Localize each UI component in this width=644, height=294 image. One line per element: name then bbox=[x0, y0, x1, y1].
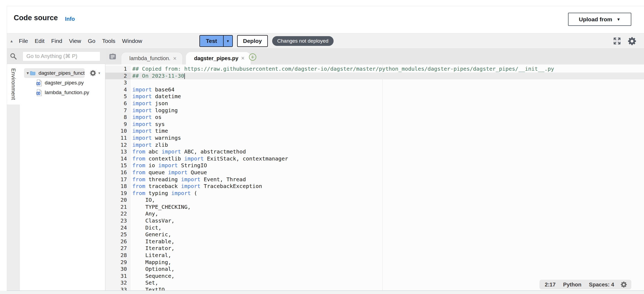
menu-item-window[interactable]: Window bbox=[122, 38, 142, 44]
go-to-anything-input[interactable] bbox=[23, 52, 100, 61]
code-line[interactable]: 11import warnings bbox=[105, 135, 644, 142]
code-line-text: from threading import Event, Thread bbox=[131, 176, 644, 183]
code-line[interactable]: 26 Iterable, bbox=[105, 238, 644, 245]
code-line[interactable]: 15from io import StringIO bbox=[105, 162, 644, 169]
code-line[interactable]: 24 Dict, bbox=[105, 224, 644, 231]
deploy-button[interactable]: Deploy bbox=[237, 35, 268, 47]
code-line[interactable]: 16from queue import Queue bbox=[105, 169, 644, 176]
code-area[interactable]: 1## Copied from: https://raw.githubuserc… bbox=[105, 66, 644, 290]
line-number: 5 bbox=[105, 93, 131, 100]
line-number: 13 bbox=[105, 148, 131, 155]
code-line-text: Iterator, bbox=[131, 245, 644, 252]
code-line-text: Mapping, bbox=[131, 259, 644, 266]
fullscreen-icon[interactable] bbox=[613, 37, 621, 45]
code-line-text: IO, bbox=[131, 197, 644, 204]
line-number: 25 bbox=[105, 231, 131, 238]
search-icon bbox=[10, 53, 17, 60]
line-number: 10 bbox=[105, 128, 131, 135]
menu-item-view[interactable]: View bbox=[69, 38, 81, 44]
code-line[interactable]: 10import time bbox=[105, 128, 644, 135]
code-line[interactable]: 5import datetime bbox=[105, 93, 644, 100]
info-link[interactable]: Info bbox=[65, 16, 75, 22]
code-line[interactable]: 13from abc import ABC, abstractmethod bbox=[105, 148, 644, 155]
code-line[interactable]: 6import json bbox=[105, 100, 644, 107]
tab-list-icon[interactable] bbox=[108, 52, 117, 60]
ide-area: Environment ▼ dagster_pipes_funct ▼ bbox=[7, 49, 644, 290]
code-line[interactable]: 27 Iterator, bbox=[105, 245, 644, 252]
code-line[interactable]: 4import base64 bbox=[105, 86, 644, 93]
tree-file-dagster_pipes-py[interactable]: dagster_pipes.py bbox=[20, 78, 105, 88]
code-line-text: import os bbox=[131, 114, 644, 121]
text-cursor bbox=[184, 73, 185, 79]
code-line-text: Literal, bbox=[131, 252, 644, 259]
environment-tab[interactable]: Environment bbox=[7, 64, 20, 105]
code-line-text: from abc import ABC, abstractmethod bbox=[131, 148, 644, 155]
line-number: 23 bbox=[105, 217, 131, 224]
upload-from-button[interactable]: Upload from ▼ bbox=[568, 13, 631, 26]
folder-caret-icon[interactable]: ▼ bbox=[26, 71, 30, 75]
code-line[interactable]: 19from typing import ( bbox=[105, 190, 644, 197]
code-line[interactable]: 20 IO, bbox=[105, 197, 644, 204]
code-line-text: import zlib bbox=[131, 142, 644, 149]
tree-folder-row[interactable]: ▼ dagster_pipes_funct ▼ bbox=[20, 68, 105, 78]
code-line[interactable]: 17from threading import Event, Thread bbox=[105, 176, 644, 183]
code-line[interactable]: 23 ClassVar, bbox=[105, 217, 644, 224]
new-tab-button[interactable]: + bbox=[249, 53, 256, 61]
test-dropdown-button[interactable]: ▼ bbox=[223, 36, 232, 46]
tree-settings-gear-icon[interactable]: ▼ bbox=[89, 69, 101, 77]
file-label: lambda_function.py bbox=[45, 90, 89, 95]
editor-tab-lambda_function-[interactable]: lambda_function.× bbox=[121, 52, 183, 64]
code-line[interactable]: 14from contextlib import ExitStack, cont… bbox=[105, 155, 644, 162]
test-button[interactable]: Test bbox=[200, 36, 223, 46]
code-line[interactable]: 29 Mapping, bbox=[105, 259, 644, 266]
line-number: 7 bbox=[105, 107, 131, 114]
tab-close-icon[interactable]: × bbox=[241, 55, 245, 62]
line-number: 9 bbox=[105, 121, 131, 128]
line-number: 2 bbox=[105, 73, 131, 80]
code-line-text: import base64 bbox=[131, 86, 644, 93]
upload-from-label: Upload from bbox=[579, 16, 612, 23]
settings-gear-icon[interactable] bbox=[627, 36, 637, 46]
menu-item-tools[interactable]: Tools bbox=[102, 38, 115, 44]
cursor-position[interactable]: 2:17 bbox=[545, 282, 556, 288]
search-row bbox=[7, 49, 105, 64]
menu-item-go[interactable]: Go bbox=[88, 38, 95, 44]
editor-settings-gear-icon[interactable] bbox=[620, 281, 628, 288]
tree-folder-selection[interactable]: ▼ dagster_pipes_funct bbox=[24, 68, 85, 78]
code-line[interactable]: 28 Literal, bbox=[105, 252, 644, 259]
code-line[interactable]: 3 bbox=[105, 79, 644, 86]
code-line[interactable]: 12import zlib bbox=[105, 142, 644, 149]
code-line[interactable]: 22 Any, bbox=[105, 210, 644, 217]
code-line[interactable]: 25 Generic, bbox=[105, 231, 644, 238]
tab-close-icon[interactable]: × bbox=[173, 55, 176, 62]
editor-tab-dagster_pipes-py[interactable]: dagster_pipes.py× bbox=[186, 52, 250, 64]
code-line[interactable]: 30 Optional, bbox=[105, 266, 644, 273]
code-line[interactable]: 31 Sequence, bbox=[105, 273, 644, 280]
code-line-text: Generic, bbox=[131, 231, 644, 238]
menu-item-find[interactable]: Find bbox=[51, 38, 62, 44]
line-number: 21 bbox=[105, 204, 131, 211]
code-line-text: from typing import ( bbox=[131, 190, 644, 197]
editor-body[interactable]: 1## Copied from: https://raw.githubuserc… bbox=[105, 64, 644, 290]
caret-down-icon: ▼ bbox=[617, 17, 621, 22]
code-line[interactable]: 9import sys bbox=[105, 121, 644, 128]
indent-setting[interactable]: Spaces: 4 bbox=[589, 282, 614, 288]
code-line-text: TYPE_CHECKING, bbox=[131, 204, 644, 211]
collapse-panel-icon[interactable]: ▲ bbox=[10, 39, 16, 43]
code-line[interactable]: 2## On 2023-11-30 bbox=[105, 73, 644, 80]
code-line-text: Iterable, bbox=[131, 238, 644, 245]
sidebar: Environment ▼ dagster_pipes_funct ▼ bbox=[7, 49, 105, 290]
code-line[interactable]: 1## Copied from: https://raw.githubuserc… bbox=[105, 66, 644, 73]
language-mode[interactable]: Python bbox=[563, 282, 581, 288]
page-title: Code source bbox=[14, 14, 58, 22]
code-line[interactable]: 8import os bbox=[105, 114, 644, 121]
file-tree: ▼ dagster_pipes_funct ▼ dagster_pipes.py… bbox=[20, 64, 105, 290]
code-line[interactable]: 18from traceback import TracebackExcepti… bbox=[105, 183, 644, 190]
menu-item-file[interactable]: File bbox=[19, 38, 28, 44]
line-number: 29 bbox=[105, 259, 131, 266]
code-line[interactable]: 21 TYPE_CHECKING, bbox=[105, 204, 644, 211]
side-tab-strip: Environment bbox=[7, 64, 20, 290]
menu-item-edit[interactable]: Edit bbox=[35, 38, 44, 44]
code-line[interactable]: 7import logging bbox=[105, 107, 644, 114]
tree-file-lambda_function-py[interactable]: lambda_function.py bbox=[20, 88, 105, 97]
